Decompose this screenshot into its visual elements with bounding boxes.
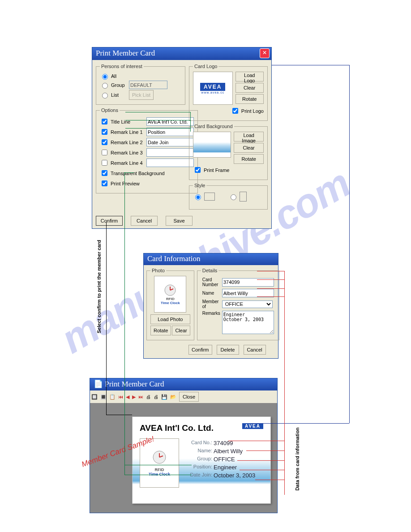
card-title: AVEA Int'l Co. Ltd. bbox=[140, 423, 214, 433]
radio-list[interactable]: List Pick List bbox=[100, 90, 181, 100]
radio-group[interactable]: Group bbox=[100, 81, 181, 89]
toolbar: 🔲 🔳 📋 ⏮ ◀ ▶ ⏭ 🖨 🖨 💾 📂 Close bbox=[90, 390, 277, 403]
radio-all[interactable]: All bbox=[100, 73, 181, 80]
window-title: Print Member Card bbox=[105, 380, 164, 388]
remarks-input[interactable]: Engineer October 3, 2003 bbox=[222, 311, 274, 334]
r2-input[interactable] bbox=[146, 138, 194, 146]
cardlogo-fieldset: Card Logo AVEA www.avea.cc Load Logo Cle… bbox=[189, 64, 268, 121]
loadimage-button[interactable]: Load Image bbox=[234, 132, 264, 142]
rotate-logo-button[interactable]: Rotate bbox=[235, 94, 264, 104]
logo-preview: AVEA www.avea.cc bbox=[193, 72, 233, 105]
clock-icon bbox=[163, 283, 177, 297]
print-icon[interactable]: 🖨 bbox=[154, 394, 158, 399]
card-date: October 3, 2003 bbox=[214, 472, 255, 479]
annotation-data: Data from card information bbox=[295, 423, 300, 495]
details-legend: Details bbox=[201, 268, 219, 273]
title-line-input[interactable] bbox=[146, 117, 194, 126]
chk-r2[interactable] bbox=[102, 139, 107, 145]
card-logo: AVEA bbox=[242, 423, 263, 429]
printer-setup-icon[interactable]: 🖨 bbox=[146, 394, 151, 399]
rotate-photo-button[interactable]: Rotate bbox=[150, 326, 171, 335]
titlebar-pp: 📄 Print Member Card bbox=[90, 378, 277, 390]
bg-preview bbox=[193, 132, 231, 158]
annotation-confirm: Select confirm to print the member card bbox=[96, 228, 102, 345]
loadphoto-button[interactable]: Load Photo bbox=[150, 314, 190, 324]
photo-fieldset: Photo RFID Time Clock Load Photo Rotate … bbox=[146, 268, 194, 340]
save-button[interactable]: Save bbox=[166, 216, 193, 226]
next-icon[interactable]: ▶ bbox=[132, 394, 136, 400]
chk-printlogo[interactable] bbox=[232, 108, 238, 114]
zoom-page-icon[interactable]: 📋 bbox=[109, 394, 116, 400]
close-button[interactable]: Close bbox=[179, 392, 199, 402]
r4-input[interactable] bbox=[146, 159, 194, 167]
prev-icon[interactable]: ◀ bbox=[126, 394, 129, 400]
zoom-width-icon[interactable]: 🔳 bbox=[100, 394, 107, 400]
style-fieldset: Style bbox=[189, 183, 268, 210]
last-icon[interactable]: ⏭ bbox=[138, 394, 143, 399]
titlebar-ci: Card Information bbox=[144, 253, 278, 265]
photo-box: RFID Time Clock bbox=[154, 276, 186, 313]
card-name: Albert Willy bbox=[214, 448, 243, 455]
style-landscape[interactable] bbox=[193, 193, 215, 201]
ci-delete-button[interactable]: Delete bbox=[217, 345, 239, 355]
chk-r1[interactable] bbox=[102, 129, 107, 135]
loadlogo-button[interactable]: Load Logo bbox=[235, 72, 264, 82]
r1-input[interactable] bbox=[146, 128, 194, 136]
titlebar: Print Member Card × bbox=[92, 47, 271, 60]
open-icon[interactable]: 📂 bbox=[170, 394, 176, 400]
details-fieldset: Details Card Number Name Member ofOFFICE… bbox=[197, 268, 279, 340]
window-title: Card Information bbox=[147, 254, 201, 263]
card-group: OFFICE bbox=[214, 456, 235, 463]
clear-logo-button[interactable]: Clear bbox=[235, 83, 264, 93]
avea-logo: AVEA bbox=[200, 83, 225, 91]
save-icon[interactable]: 💾 bbox=[161, 394, 167, 400]
confirm-button[interactable]: Confirm bbox=[96, 216, 123, 226]
close-icon[interactable]: × bbox=[260, 48, 270, 58]
group-select[interactable] bbox=[129, 81, 167, 89]
ci-cancel-button[interactable]: Cancel bbox=[244, 345, 266, 355]
cardbg-legend: Card Background bbox=[193, 124, 234, 129]
chk-preview[interactable] bbox=[102, 180, 107, 186]
chk-r4[interactable] bbox=[102, 160, 107, 166]
chk-title-line[interactable] bbox=[102, 119, 107, 124]
cancel-button[interactable]: Cancel bbox=[131, 216, 158, 226]
persons-fieldset: Persons of interest All Group List Pick … bbox=[96, 64, 185, 105]
card-information-dialog: Card Information Photo RFID Time Clock L… bbox=[143, 253, 278, 359]
card-pos: Engineer bbox=[214, 464, 237, 471]
clear-bg-button[interactable]: Clear bbox=[234, 143, 264, 153]
print-member-card-dialog: Print Member Card × Persons of interest … bbox=[92, 47, 272, 229]
page-icon: 📄 bbox=[94, 380, 103, 388]
chk-r3[interactable] bbox=[102, 150, 107, 155]
options-legend: Options bbox=[100, 107, 120, 113]
avea-logo-sub: www.avea.cc bbox=[201, 91, 224, 94]
memberof-select[interactable]: OFFICE bbox=[222, 300, 273, 308]
cardlogo-legend: Card Logo bbox=[193, 64, 218, 69]
photo-legend: Photo bbox=[150, 268, 166, 273]
chk-transp[interactable] bbox=[102, 170, 107, 176]
cardbg-fieldset: Card Background Load Image Clear Rotate … bbox=[189, 124, 268, 180]
persons-legend: Persons of interest bbox=[100, 64, 144, 69]
zoom-full-icon[interactable]: 🔲 bbox=[91, 394, 98, 400]
clock-icon bbox=[152, 450, 167, 465]
clear-photo-button[interactable]: Clear bbox=[172, 326, 190, 335]
rotate-bg-button[interactable]: Rotate bbox=[234, 154, 264, 164]
r3-input[interactable] bbox=[146, 148, 194, 157]
style-legend: Style bbox=[193, 183, 206, 188]
ci-confirm-button[interactable]: Confirm bbox=[188, 345, 212, 355]
window-title: Print Member Card bbox=[96, 49, 155, 58]
chk-printframe[interactable] bbox=[195, 167, 201, 173]
picklist-button[interactable]: Pick List bbox=[129, 90, 154, 100]
first-icon[interactable]: ⏮ bbox=[118, 394, 123, 399]
style-portrait[interactable] bbox=[228, 192, 247, 202]
